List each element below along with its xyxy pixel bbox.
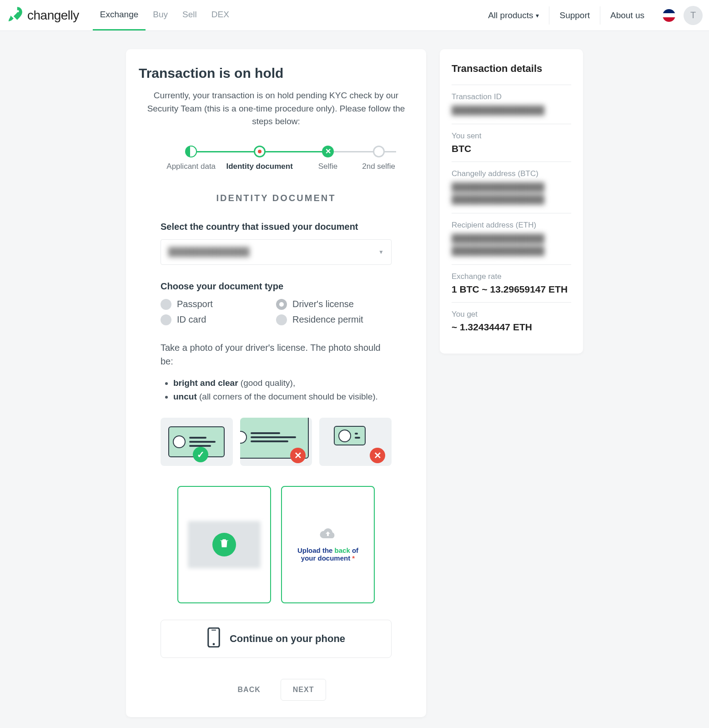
continue-on-phone-button[interactable]: Continue on your phone — [161, 620, 392, 658]
next-button[interactable]: NEXT — [281, 679, 327, 701]
detail-label: You get — [452, 310, 571, 319]
form-area: Select the country that issued your docu… — [139, 222, 413, 603]
detail-recipient-address: Recipient address (ETH) ████████████████… — [452, 213, 571, 264]
detail-value: BTC — [452, 143, 571, 154]
cloud-upload-icon — [320, 527, 336, 542]
chevron-down-icon: ▾ — [536, 12, 539, 19]
support-link[interactable]: Support — [549, 6, 600, 25]
radio-drivers-license[interactable]: Driver's license — [276, 299, 392, 310]
upload-back-label: Upload the back of your document * — [282, 546, 374, 562]
section-heading: IDENTITY DOCUMENT — [139, 193, 413, 203]
page-body: Transaction is on hold Currently, your t… — [36, 31, 673, 728]
detail-changelly-address: Changelly address (BTC) ████████████████… — [452, 162, 571, 213]
kyc-card: Transaction is on hold Currently, your t… — [126, 49, 426, 717]
detail-value: ~ 1.32434447 ETH — [452, 322, 571, 333]
detail-label: Changelly address (BTC) — [452, 169, 571, 178]
step-label: Identity document — [226, 162, 292, 171]
radio-label: Passport — [177, 299, 213, 309]
brand-logo[interactable]: changelly — [6, 5, 79, 25]
detail-you-sent: You sent BTC — [452, 124, 571, 162]
radio-label: Driver's license — [292, 299, 354, 309]
phone-icon — [207, 627, 221, 650]
caret-down-icon: ▼ — [378, 249, 384, 255]
photo-rules: bright and clear (good quality), uncut (… — [161, 376, 392, 404]
radio-circle-icon — [276, 314, 287, 325]
example-images: ✓ ✕ ✕ — [161, 418, 392, 466]
radio-label: Residence permit — [292, 314, 363, 325]
button-row: BACK NEXT — [139, 679, 413, 701]
radio-residence-permit[interactable]: Residence permit — [276, 314, 392, 325]
side-title: Transaction details — [452, 63, 571, 75]
page-description: Currently, your transaction is on hold p… — [139, 89, 413, 128]
detail-value: ████████████████ ████████████████ — [452, 233, 571, 257]
nav-sell[interactable]: Sell — [175, 0, 204, 30]
nav-dex[interactable]: DEX — [204, 0, 236, 30]
detail-value: 1 BTC ~ 13.29659147 ETH — [452, 284, 571, 295]
rule-rest: (all corners of the document should be v… — [197, 392, 378, 401]
radio-circle-icon — [161, 299, 171, 310]
user-avatar[interactable]: T — [684, 6, 703, 25]
detail-transaction-id: Transaction ID ████████████████ — [452, 85, 571, 124]
radio-passport[interactable]: Passport — [161, 299, 276, 310]
cross-icon: ✕ — [370, 448, 385, 463]
detail-exchange-rate: Exchange rate 1 BTC ~ 13.29659147 ETH — [452, 264, 571, 302]
back-button[interactable]: BACK — [226, 679, 272, 701]
radio-circle-icon — [276, 299, 287, 310]
step-dot-check-icon: ✕ — [322, 146, 334, 157]
all-products-label: All products — [488, 10, 533, 20]
svg-point-2 — [212, 643, 215, 645]
step-dot-future-icon — [373, 146, 385, 157]
doc-type-label: Choose your document type — [161, 281, 392, 292]
nav-exchange[interactable]: Exchange — [93, 0, 146, 30]
rocket-icon — [6, 5, 24, 25]
about-link[interactable]: About us — [600, 6, 654, 25]
step-label: 2nd selfie — [362, 162, 395, 171]
upload-highlight: back — [335, 546, 350, 554]
step-dot-current-icon — [254, 146, 266, 157]
step-selfie: ✕ Selfie — [294, 146, 362, 171]
continue-on-phone-label: Continue on your phone — [230, 633, 345, 645]
step-dot-done-icon — [185, 146, 197, 157]
country-select-label: Select the country that issued your docu… — [161, 222, 392, 232]
required-asterisk: * — [352, 554, 355, 562]
brand-name: changelly — [27, 8, 79, 23]
svg-point-0 — [17, 10, 19, 12]
svg-rect-3 — [211, 630, 216, 631]
example-good: ✓ — [161, 418, 233, 466]
upload-front-zone[interactable] — [177, 486, 271, 603]
upload-back-zone[interactable]: Upload the back of your document * — [281, 486, 375, 603]
example-bad-cut: ✕ — [240, 418, 312, 466]
rule-bright: bright and clear (good quality), — [173, 376, 392, 390]
detail-value: ████████████████ — [452, 104, 571, 116]
step-identity-document: Identity document — [225, 146, 293, 171]
main-nav: Exchange Buy Sell DEX — [93, 0, 236, 30]
detail-label: Exchange rate — [452, 272, 571, 281]
all-products-dropdown[interactable]: All products ▾ — [478, 6, 549, 25]
trash-icon — [218, 537, 230, 551]
step-label: Applicant data — [166, 162, 216, 171]
page-title: Transaction is on hold — [139, 66, 413, 81]
radio-label: ID card — [177, 314, 206, 325]
radio-circle-icon — [161, 314, 171, 325]
nav-buy[interactable]: Buy — [146, 0, 175, 30]
delete-upload-button[interactable] — [212, 533, 236, 556]
detail-you-get: You get ~ 1.32434447 ETH — [452, 302, 571, 340]
upload-text: Upload the — [297, 546, 335, 554]
detail-value: ████████████████ ████████████████ — [452, 181, 571, 206]
progress-stepper: Applicant data Identity document ✕ Selfi… — [157, 146, 395, 171]
check-icon: ✓ — [193, 447, 208, 462]
top-header: changelly Exchange Buy Sell DEX All prod… — [0, 0, 709, 31]
step-applicant-data: Applicant data — [157, 146, 225, 171]
detail-label: You sent — [452, 131, 571, 141]
country-select[interactable]: ██████████████ ▼ — [161, 239, 392, 265]
detail-label: Recipient address (ETH) — [452, 221, 571, 230]
rule-rest: (good quality), — [238, 378, 296, 388]
doc-type-radios: Passport Driver's license ID card Reside… — [161, 299, 392, 325]
step-label: Selfie — [318, 162, 338, 171]
radio-id-card[interactable]: ID card — [161, 314, 276, 325]
cross-icon: ✕ — [290, 448, 306, 463]
language-flag-icon[interactable] — [663, 9, 675, 22]
header-right: All products ▾ Support About us T — [478, 0, 703, 30]
country-selected-value: ██████████████ — [168, 247, 250, 257]
example-bad-small: ✕ — [319, 418, 392, 466]
